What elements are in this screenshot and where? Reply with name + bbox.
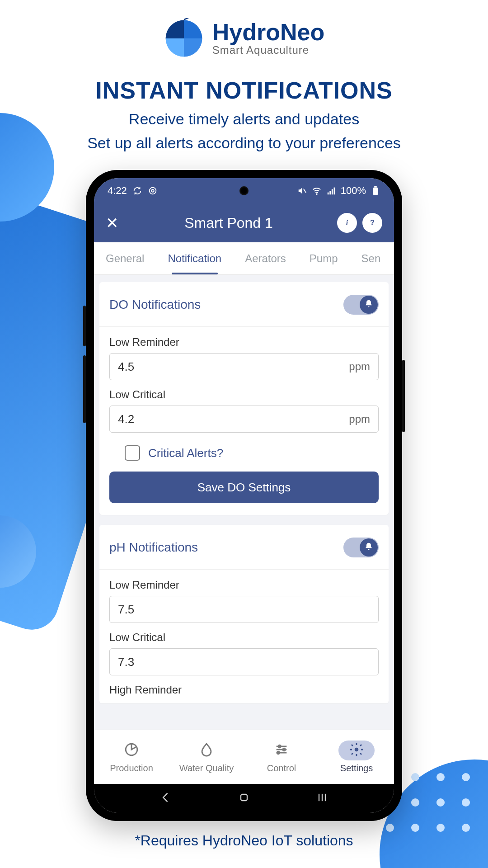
critical-alerts-checkbox[interactable] — [125, 445, 140, 461]
brand-logo: HydroNeo Smart Aquaculture — [0, 18, 488, 61]
tab-label: Sen — [361, 252, 381, 265]
svg-rect-10 — [373, 188, 378, 195]
footnote: *Requires HydroNeo IoT solutions — [0, 832, 488, 849]
field-label: Low Critical — [109, 388, 379, 401]
subheadline-1: Receive timely alerts and updates — [0, 110, 488, 128]
tab-pump[interactable]: Pump — [298, 242, 350, 274]
svg-rect-7 — [329, 191, 331, 194]
nav-water-quality[interactable]: Water Quality — [169, 730, 244, 784]
do-toggle[interactable] — [343, 295, 379, 315]
info-icon: i — [346, 219, 348, 227]
field-label: High Reminder — [109, 684, 379, 696]
android-recents[interactable] — [316, 791, 328, 806]
tab-label: Aerators — [245, 252, 286, 265]
nav-label: Settings — [340, 763, 373, 774]
do-low-critical-input[interactable]: 4.2 ppm — [109, 406, 379, 433]
ph-toggle[interactable] — [343, 538, 379, 557]
mute-icon — [297, 186, 307, 196]
android-home[interactable] — [238, 791, 250, 806]
bell-icon — [364, 299, 373, 310]
svg-point-17 — [283, 748, 286, 751]
app-bar: ✕ Smart Pond 1 i ? — [94, 203, 394, 242]
nav-label: Water Quality — [179, 763, 234, 774]
input-unit: ppm — [349, 360, 370, 373]
phone-frame: 4:22 100% — [86, 170, 402, 821]
android-back[interactable] — [160, 791, 172, 806]
tab-label: General — [106, 252, 144, 265]
card-title: DO Notifications — [109, 297, 201, 312]
tab-bar: General Notification Aerators Pump Sen — [94, 242, 394, 275]
tab-general[interactable]: General — [94, 242, 156, 274]
brand-name: HydroNeo — [212, 20, 324, 44]
svg-point-3 — [151, 189, 154, 192]
nav-settings[interactable]: Settings — [319, 730, 394, 784]
field-label: Low Critical — [109, 631, 379, 644]
page-title: Smart Pond 1 — [126, 215, 332, 231]
svg-rect-9 — [333, 188, 335, 195]
target-icon — [148, 186, 158, 196]
ph-notifications-card: pH Notifications Low Reminder 7.5 Low — [99, 525, 389, 703]
svg-rect-20 — [241, 794, 247, 801]
bell-icon — [364, 542, 373, 553]
svg-point-5 — [316, 193, 317, 194]
bottom-nav: Production Water Quality Control Setting… — [94, 730, 394, 784]
ph-low-critical-field: Low Critical 7.3 — [99, 631, 389, 684]
do-low-critical-field: Low Critical 4.2 ppm — [99, 388, 389, 441]
svg-rect-8 — [332, 189, 333, 194]
wifi-icon — [312, 186, 322, 196]
svg-point-19 — [355, 747, 359, 751]
input-value: 7.3 — [118, 655, 134, 669]
gear-icon — [349, 742, 364, 760]
tab-label: Pump — [310, 252, 338, 265]
decor-shape — [0, 113, 54, 222]
tab-notification[interactable]: Notification — [156, 242, 233, 274]
do-notifications-card: DO Notifications Low Reminder 4.5 ppm — [99, 282, 389, 515]
nav-production[interactable]: Production — [94, 730, 169, 784]
help-button[interactable]: ? — [362, 213, 382, 233]
checkbox-label: Critical Alerts? — [148, 446, 223, 460]
sliders-icon — [274, 742, 289, 760]
input-value: 7.5 — [118, 603, 134, 617]
tab-label: Notification — [168, 252, 221, 265]
ph-high-reminder-field: High Reminder — [99, 684, 389, 696]
svg-point-16 — [278, 745, 281, 748]
battery-text: 100% — [341, 185, 366, 197]
nav-label: Control — [267, 763, 296, 774]
camera-cutout — [239, 186, 249, 195]
svg-line-4 — [303, 189, 306, 193]
headline: INSTANT NOTIFICATIONS — [0, 77, 488, 104]
close-button[interactable]: ✕ — [106, 214, 126, 232]
input-value: 4.5 — [118, 360, 134, 374]
ph-low-reminder-field: Low Reminder 7.5 — [99, 579, 389, 631]
tab-sensors[interactable]: Sen — [350, 242, 393, 274]
nav-label: Production — [110, 763, 153, 774]
card-title: pH Notifications — [109, 540, 198, 555]
signal-icon — [326, 186, 336, 196]
logo-icon — [164, 18, 204, 59]
content-scroll[interactable]: DO Notifications Low Reminder 4.5 ppm — [94, 275, 394, 730]
field-label: Low Reminder — [109, 336, 379, 349]
do-low-reminder-field: Low Reminder 4.5 ppm — [99, 336, 389, 388]
input-unit: ppm — [349, 413, 370, 425]
svg-rect-11 — [374, 186, 377, 188]
input-value: 4.2 — [118, 412, 134, 426]
do-low-reminder-input[interactable]: 4.5 ppm — [109, 353, 379, 380]
brand-tagline: Smart Aquaculture — [212, 44, 324, 57]
ph-low-critical-input[interactable]: 7.3 — [109, 648, 379, 675]
info-button[interactable]: i — [337, 213, 357, 233]
help-icon: ? — [370, 219, 375, 227]
tab-aerators[interactable]: Aerators — [233, 242, 298, 274]
battery-icon — [371, 186, 380, 196]
drop-icon — [199, 742, 214, 760]
svg-rect-6 — [327, 193, 328, 195]
button-label: Save DO Settings — [197, 481, 291, 495]
nav-control[interactable]: Control — [244, 730, 319, 784]
save-do-button[interactable]: Save DO Settings — [109, 472, 379, 503]
svg-point-18 — [277, 751, 280, 754]
field-label: Low Reminder — [109, 579, 379, 591]
ph-low-reminder-input[interactable]: 7.5 — [109, 596, 379, 623]
android-nav-bar — [94, 784, 394, 813]
subheadline-2: Set up all alerts according to your pref… — [0, 134, 488, 152]
sync-icon — [132, 186, 142, 196]
svg-line-0 — [184, 18, 193, 20]
